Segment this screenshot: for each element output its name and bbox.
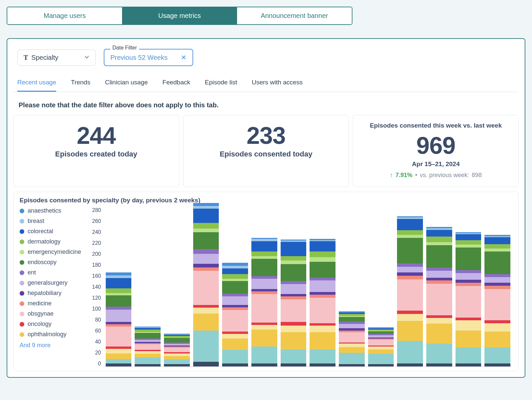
ytick-label: 200	[92, 251, 101, 257]
legend-item[interactable]: endoscopy	[20, 259, 92, 266]
chart-bar-segment	[310, 257, 335, 262]
chart-bar[interactable]	[164, 334, 190, 366]
subtab-trends[interactable]: Trends	[71, 79, 90, 92]
subtab-episode-list[interactable]: Episode list	[205, 79, 237, 92]
subtab-recent-usage[interactable]: Recent usage	[17, 79, 56, 92]
chart-bar-segment	[310, 332, 335, 349]
chart-bar[interactable]	[193, 203, 219, 366]
subtab-clinician-usage[interactable]: Clinician usage	[105, 79, 148, 92]
date-filter-value: Previous 52 Weeks	[110, 54, 168, 61]
specialty-dropdown[interactable]: T Specialty	[17, 50, 96, 66]
legend-item[interactable]: ent	[20, 269, 92, 276]
chart-bar-segment	[397, 219, 423, 230]
chart-bar-segment	[251, 347, 277, 363]
stat-compare-value: 969	[358, 132, 513, 159]
chart-bar[interactable]	[106, 272, 132, 366]
chart-bar-segment	[397, 230, 423, 235]
chart-bar-segment	[456, 248, 481, 270]
chart-bar-segment	[251, 330, 277, 347]
legend-item[interactable]: oncology	[20, 321, 92, 328]
chart-bar-segment	[368, 350, 394, 354]
chart-bar[interactable]	[281, 240, 307, 366]
chart-bar[interactable]	[456, 232, 481, 366]
legend-item[interactable]: ophthalmology	[20, 331, 92, 338]
legend-item[interactable]: obsgynae	[20, 310, 92, 317]
chart-bar-segment	[281, 299, 307, 322]
legend-item[interactable]: hepatobiliary	[20, 290, 92, 297]
chart-bar-segment	[222, 263, 248, 266]
chart-bar[interactable]	[310, 239, 335, 366]
chart-bar-segment	[135, 364, 161, 366]
chart-bar-segment	[310, 280, 335, 292]
legend-more-link[interactable]: And 9 more	[20, 342, 92, 349]
chart-bar-segment	[310, 251, 335, 257]
chart-bar-segment	[456, 245, 481, 248]
chart-bar-segment	[339, 324, 365, 329]
stat-created: 244 Episodes created today	[13, 115, 179, 187]
chart-bar-segment	[222, 339, 248, 350]
chart-bar-segment	[426, 318, 452, 324]
subtab-users-with-access[interactable]: Users with access	[252, 79, 303, 92]
legend-item-label: breast	[28, 218, 44, 225]
chart-bar-segment	[106, 327, 132, 347]
legend-item-label: dermatology	[28, 238, 61, 245]
close-icon[interactable]: ✕	[181, 53, 187, 61]
chart-bar-segment	[310, 295, 335, 298]
chart-bar-segment	[456, 318, 481, 321]
stat-consented-value: 233	[189, 122, 343, 149]
chart-bar[interactable]	[368, 327, 394, 366]
legend-item[interactable]: dermatology	[20, 238, 92, 245]
legend-item[interactable]: medicine	[20, 300, 92, 307]
chart-bar[interactable]	[251, 238, 277, 366]
legend-item[interactable]: generalsurgery	[20, 279, 92, 286]
ytick-label: 240	[92, 229, 101, 235]
chart-bar-segment	[281, 294, 307, 296]
chart-bar-segment	[106, 295, 132, 307]
chart-bar-segment	[251, 239, 277, 241]
stat-compare-prev-label: vs. previous week:	[420, 172, 469, 179]
chart-bar[interactable]	[222, 263, 248, 366]
legend-item[interactable]: anaesthetics	[20, 207, 92, 214]
chart-bar-segment	[164, 356, 190, 359]
chart-bar-segment	[193, 362, 219, 366]
chart-bar[interactable]	[339, 311, 365, 366]
chart-bar-segment	[456, 280, 481, 283]
chart-bar-segment	[222, 266, 248, 269]
subtab-feedback[interactable]: Feedback	[163, 79, 190, 92]
chart-bar-segment	[310, 262, 335, 278]
chart-bar[interactable]	[426, 227, 452, 366]
legend-item-label: colorectal	[28, 228, 53, 235]
chart-bar-segment	[426, 280, 452, 284]
chart-bar-segment	[164, 364, 190, 366]
ytick-label: 180	[92, 262, 101, 268]
legend-item[interactable]: breast	[20, 218, 92, 225]
tab-usage-metrics[interactable]: Usage metrics	[122, 7, 237, 24]
chart-bar-segment	[310, 278, 335, 281]
tab-announcement-banner[interactable]: Announcement banner	[237, 7, 352, 24]
date-filter-chip[interactable]: Previous 52 Weeks ✕	[104, 49, 193, 66]
chart-bar-segment	[222, 332, 248, 334]
chart-bar[interactable]	[397, 216, 423, 366]
chart-bar[interactable]	[135, 327, 161, 366]
chart-bar-segment	[251, 325, 277, 330]
legend-item-label: anaesthetics	[28, 207, 61, 214]
chart-bar-segment	[281, 284, 307, 294]
chart-bar-segment	[484, 244, 510, 249]
chart-bar-segment	[310, 326, 335, 333]
chart-bar-segment	[281, 260, 307, 264]
legend-item[interactable]: colorectal	[20, 228, 92, 235]
chart-bar-segment	[456, 331, 481, 348]
chart-bar[interactable]	[484, 235, 510, 366]
chart-bar-segment	[106, 278, 132, 288]
chart-bar-segment	[456, 348, 481, 363]
chart-bar-segment	[222, 305, 248, 307]
chart-bar-segment	[135, 330, 161, 332]
legend-dot-icon	[20, 240, 24, 244]
chart-bar-segment	[310, 350, 335, 364]
chart-bar-segment	[397, 267, 423, 272]
legend-item-label: obsgynae	[28, 310, 54, 317]
legend-item[interactable]: emergencymedicine	[20, 249, 92, 255]
chart-bar-segment	[484, 320, 510, 323]
chart-bar-segment	[368, 331, 394, 334]
tab-manage-users[interactable]: Manage users	[7, 7, 122, 24]
